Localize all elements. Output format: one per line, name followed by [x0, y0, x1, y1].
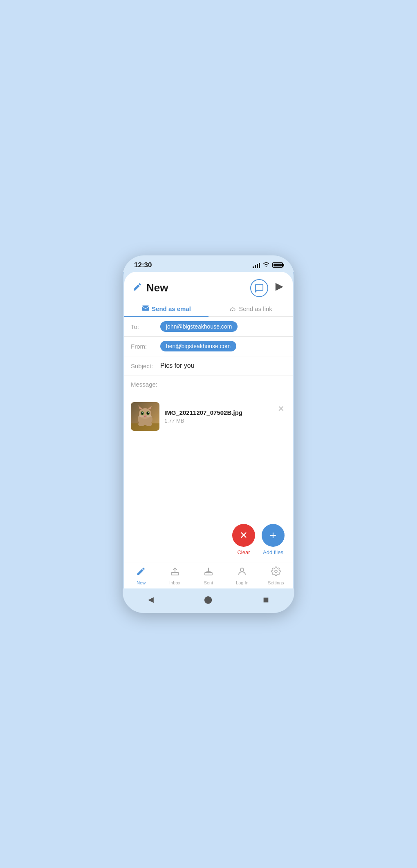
tab-send-as-link[interactable]: Send as link: [208, 301, 293, 317]
app-content: New: [124, 272, 293, 588]
login-nav-label: Log In: [236, 580, 249, 585]
subject-value[interactable]: Pics for you: [160, 362, 195, 369]
signal-icon: [253, 262, 260, 268]
email-tab-icon: [142, 305, 149, 313]
settings-nav-label: Settings: [268, 580, 284, 585]
link-tab-icon: [229, 305, 236, 313]
add-files-button[interactable]: +: [262, 524, 285, 547]
android-home-button[interactable]: ⬤: [197, 593, 219, 606]
clear-label: Clear: [237, 549, 250, 555]
sent-nav-icon: [204, 566, 213, 579]
attachment-info: IMG_20211207_07502B.jpg 1.77 MB: [164, 409, 286, 424]
from-email-chip[interactable]: ben@bigsteakhouse.com: [160, 341, 236, 351]
android-back-button[interactable]: ◀: [141, 593, 160, 606]
svg-point-13: [142, 412, 143, 413]
subject-label: Subject:: [131, 362, 160, 369]
attachment-filename: IMG_20211207_07502B.jpg: [164, 409, 286, 416]
send-button[interactable]: [274, 282, 285, 295]
sent-nav-label: Sent: [204, 580, 213, 585]
svg-point-25: [275, 570, 277, 573]
login-nav-icon: [237, 566, 247, 579]
attachment-thumbnail: [131, 402, 159, 431]
phone-shell: 12:30: [123, 255, 294, 613]
message-label: Message:: [131, 381, 157, 388]
battery-icon: [272, 262, 283, 268]
nav-item-login[interactable]: Log In: [230, 566, 254, 585]
attachment-size: 1.77 MB: [164, 418, 286, 424]
new-nav-label: New: [137, 580, 146, 585]
new-nav-icon: [136, 566, 146, 579]
svg-rect-0: [142, 306, 149, 311]
add-files-label: Add files: [263, 549, 283, 555]
message-field-row[interactable]: Message:: [124, 376, 293, 397]
svg-point-20: [138, 422, 145, 426]
clear-button[interactable]: ✕: [232, 524, 255, 547]
nav-item-new[interactable]: New: [129, 566, 153, 585]
status-icons: [253, 262, 283, 268]
attachment-area: IMG_20211207_07502B.jpg 1.77 MB ✕: [124, 397, 293, 524]
tab-email-label: Send as emal: [152, 305, 191, 312]
tab-send-as-email[interactable]: Send as emal: [124, 301, 208, 317]
app-header: New: [124, 272, 293, 301]
inbox-nav-icon: [170, 566, 180, 579]
to-label: To:: [131, 323, 160, 330]
from-label: From:: [131, 343, 160, 350]
page-title: New: [146, 282, 168, 294]
tab-link-label: Send as link: [239, 305, 272, 312]
form-section: To: john@bigsteakhouse.com From: ben@big…: [124, 317, 293, 562]
to-email-chip[interactable]: john@bigsteakhouse.com: [160, 321, 238, 332]
tabs-bar: Send as emal Send as link: [124, 301, 293, 317]
android-nav-bar: ◀ ⬤ ◼: [123, 588, 294, 613]
svg-point-14: [148, 412, 149, 413]
inbox-nav-label: Inbox: [169, 580, 180, 585]
nav-item-settings[interactable]: Settings: [264, 566, 288, 585]
status-bar: 12:30: [123, 255, 294, 272]
svg-point-24: [240, 568, 244, 571]
bottom-nav: New Inbox Sent: [124, 562, 293, 588]
attachment-close-button[interactable]: ✕: [276, 402, 286, 415]
svg-point-21: [146, 422, 152, 426]
chat-bubble-button[interactable]: [250, 279, 268, 297]
clear-fab-item: ✕ Clear: [232, 524, 255, 555]
attachment-card: IMG_20211207_07502B.jpg 1.77 MB ✕: [131, 402, 286, 431]
fab-area: ✕ Clear + Add files: [124, 524, 293, 562]
nav-item-sent[interactable]: Sent: [196, 566, 221, 585]
subject-field-row: Subject: Pics for you: [124, 356, 293, 376]
status-time: 12:30: [134, 261, 152, 269]
settings-nav-icon: [271, 566, 281, 579]
add-files-fab-item: + Add files: [262, 524, 285, 555]
wifi-icon: [262, 262, 270, 268]
to-field-row: To: john@bigsteakhouse.com: [124, 317, 293, 337]
android-recents-button[interactable]: ◼: [256, 593, 276, 606]
edit-icon: [132, 282, 142, 294]
from-field-row: From: ben@bigsteakhouse.com: [124, 337, 293, 356]
nav-item-inbox[interactable]: Inbox: [163, 566, 187, 585]
